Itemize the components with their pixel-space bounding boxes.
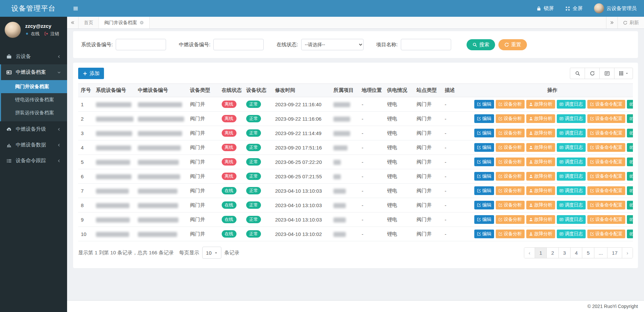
- search-field-input-3[interactable]: [401, 39, 451, 50]
- row-action-5[interactable]: 设备信息: [627, 129, 633, 137]
- search-field-input-0[interactable]: [116, 39, 166, 50]
- page-button-17[interactable]: 17: [607, 248, 622, 258]
- row-action-1[interactable]: 设备分析: [496, 100, 525, 109]
- row-action-0[interactable]: 编辑: [474, 215, 494, 224]
- toolbar-detail-view-button[interactable]: [599, 68, 614, 79]
- row-action-5[interactable]: 设备信息: [627, 143, 633, 152]
- row-action-1[interactable]: 设备分析: [496, 172, 525, 181]
- sidebar-item-link[interactable]: 设备命令跟踪: [1, 153, 67, 169]
- row-action-4[interactable]: 设备命令配置: [587, 230, 625, 238]
- row-action-2[interactable]: 故障分析: [526, 186, 555, 195]
- tab-home[interactable]: 首页: [78, 17, 99, 28]
- row-action-4[interactable]: 设备命令配置: [587, 215, 625, 224]
- row-action-3[interactable]: 调度日志: [557, 215, 586, 224]
- fullscreen-button[interactable]: 全屏: [565, 5, 583, 12]
- row-action-3[interactable]: 调度日志: [557, 230, 586, 238]
- row-action-1[interactable]: 设备分析: [496, 215, 525, 224]
- page-button-3[interactable]: 3: [558, 248, 570, 258]
- row-action-2[interactable]: 故障分析: [526, 143, 555, 152]
- row-action-2[interactable]: 故障分析: [526, 215, 555, 224]
- sidebar-subitem-1-2[interactable]: 拼装远传设备档案: [1, 106, 67, 119]
- sidebar-item-link[interactable]: 中燃设备升级: [1, 121, 67, 137]
- sidebar-subitem-1-0[interactable]: 阀门井设备档案: [1, 80, 67, 93]
- search-field-input-1[interactable]: [213, 39, 264, 50]
- user-menu[interactable]: 云设备管理员: [594, 3, 637, 13]
- sidebar-item-link[interactable]: 云设备: [1, 49, 67, 64]
- row-action-5[interactable]: 设备信息: [627, 230, 633, 238]
- row-action-4[interactable]: 设备命令配置: [587, 129, 625, 137]
- row-action-0[interactable]: 编辑: [474, 100, 494, 109]
- row-action-4[interactable]: 设备命令配置: [587, 143, 625, 152]
- row-action-0[interactable]: 编辑: [474, 143, 494, 152]
- row-action-3[interactable]: 调度日志: [557, 100, 586, 109]
- tab-close-icon[interactable]: [140, 20, 144, 25]
- row-action-1[interactable]: 设备分析: [496, 158, 525, 166]
- row-action-4[interactable]: 设备命令配置: [587, 201, 625, 209]
- row-action-5[interactable]: 设备信息: [627, 201, 633, 209]
- page-prev-button[interactable]: ‹: [524, 248, 535, 258]
- toolbar-refresh-button[interactable]: [585, 68, 600, 79]
- user-avatar[interactable]: [5, 22, 21, 38]
- page-button-4[interactable]: 4: [570, 248, 582, 258]
- row-action-0[interactable]: 编辑: [474, 186, 494, 195]
- sidebar-item-1[interactable]: 中燃设备档案阀门井设备档案锂电远传设备档案拼装远传设备档案: [0, 64, 67, 121]
- row-action-2[interactable]: 故障分析: [526, 158, 555, 166]
- row-action-0[interactable]: 编辑: [474, 129, 494, 137]
- page-button-...[interactable]: ...: [594, 248, 607, 258]
- lock-screen-button[interactable]: 锁屏: [536, 5, 554, 12]
- reset-button[interactable]: 重置: [498, 39, 527, 50]
- row-action-4[interactable]: 设备命令配置: [587, 172, 625, 181]
- row-action-2[interactable]: 故障分析: [526, 100, 555, 109]
- row-action-4[interactable]: 设备命令配置: [587, 186, 625, 195]
- row-action-4[interactable]: 设备命令配置: [587, 114, 625, 123]
- tabs-scroll-left-button[interactable]: [67, 17, 78, 28]
- row-action-5[interactable]: 设备信息: [627, 158, 633, 166]
- row-action-2[interactable]: 故障分析: [526, 114, 555, 123]
- row-action-4[interactable]: 设备命令配置: [587, 100, 625, 109]
- row-action-1[interactable]: 设备分析: [496, 129, 525, 137]
- page-size-dropdown[interactable]: 10: [202, 247, 221, 259]
- page-button-1[interactable]: 1: [535, 248, 546, 258]
- sidebar-item-link[interactable]: 中燃设备数据: [1, 137, 67, 153]
- row-action-1[interactable]: 设备分析: [496, 186, 525, 195]
- page-button-2[interactable]: 2: [546, 248, 558, 258]
- row-action-0[interactable]: 编辑: [474, 172, 494, 181]
- row-action-5[interactable]: 设备信息: [627, 186, 633, 195]
- sidebar-item-4[interactable]: 设备命令跟踪: [0, 153, 67, 169]
- row-action-5[interactable]: 设备信息: [627, 100, 633, 109]
- row-action-3[interactable]: 调度日志: [557, 114, 586, 123]
- row-action-1[interactable]: 设备分析: [496, 114, 525, 123]
- online-status-select[interactable]: --请选择--: [301, 39, 364, 50]
- sidebar-item-link[interactable]: 中燃设备档案: [1, 64, 67, 80]
- sidebar-item-3[interactable]: 中燃设备数据: [0, 137, 67, 153]
- toolbar-columns-button[interactable]: [614, 68, 633, 79]
- row-action-3[interactable]: 调度日志: [557, 143, 586, 152]
- row-action-3[interactable]: 调度日志: [557, 172, 586, 181]
- row-action-3[interactable]: 调度日志: [557, 158, 586, 166]
- row-action-3[interactable]: 调度日志: [557, 129, 586, 137]
- tabs-scroll-right-button[interactable]: [606, 17, 618, 28]
- row-action-0[interactable]: 编辑: [474, 114, 494, 123]
- row-action-5[interactable]: 设备信息: [627, 215, 633, 224]
- row-action-2[interactable]: 故障分析: [526, 230, 555, 238]
- tab-valve-well-archive[interactable]: 阀门井设备档案: [99, 17, 150, 28]
- page-button-5[interactable]: 5: [582, 248, 594, 258]
- sidebar-item-2[interactable]: 中燃设备升级: [0, 121, 67, 137]
- row-action-2[interactable]: 故障分析: [526, 129, 555, 137]
- row-action-5[interactable]: 设备信息: [627, 172, 633, 181]
- add-button[interactable]: 添加: [78, 68, 104, 79]
- row-action-2[interactable]: 故障分析: [526, 172, 555, 181]
- sidebar-toggle-button[interactable]: [67, 0, 84, 17]
- row-action-4[interactable]: 设备命令配置: [587, 158, 625, 166]
- row-action-3[interactable]: 调度日志: [557, 186, 586, 195]
- row-action-0[interactable]: 编辑: [474, 201, 494, 209]
- logout-button[interactable]: 注销: [44, 31, 59, 37]
- sidebar-item-0[interactable]: 云设备: [0, 49, 67, 64]
- page-next-button[interactable]: ›: [622, 248, 633, 258]
- row-action-0[interactable]: 编辑: [474, 230, 494, 238]
- app-logo[interactable]: 设备管理平台: [0, 0, 67, 17]
- sidebar-subitem-1-1[interactable]: 锂电远传设备档案: [1, 93, 67, 106]
- row-action-2[interactable]: 故障分析: [526, 201, 555, 209]
- search-button[interactable]: 搜索: [467, 39, 495, 50]
- row-action-0[interactable]: 编辑: [474, 158, 494, 166]
